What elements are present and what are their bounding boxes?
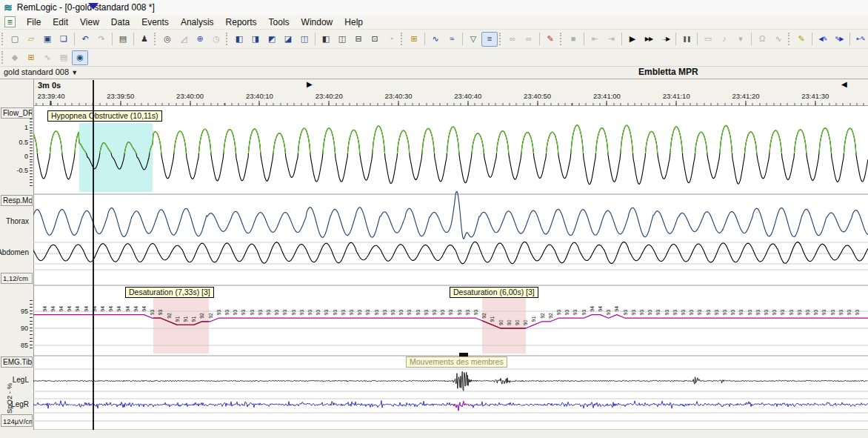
app-logo-icon: ≋ — [4, 2, 13, 13]
chevron-down-icon: ▼ — [71, 69, 78, 76]
save-button[interactable]: ▣ — [39, 32, 56, 47]
svg-text:93: 93 — [448, 309, 453, 315]
pause-icon: ❚❚ — [682, 36, 690, 42]
menu-view[interactable]: View — [74, 16, 105, 29]
montage-view-button[interactable]: ◫ — [296, 32, 313, 47]
copy-icon: ❏ — [60, 35, 67, 43]
channel-resp-group-label[interactable]: Resp.Mo... — [1, 195, 33, 206]
svg-text:93: 93 — [390, 309, 395, 315]
menu-window[interactable]: Window — [296, 16, 339, 29]
document-icon[interactable]: ≣ — [4, 16, 16, 27]
channel-flow-label[interactable]: Flow_DR — [1, 107, 33, 119]
montage-new-button[interactable]: ◪ — [280, 32, 296, 47]
scale-settings-button[interactable]: ≡ — [481, 32, 498, 47]
flow-tick-1: 1 — [6, 124, 28, 131]
pane-vertical-split-button[interactable]: ◫ — [334, 32, 350, 47]
page-end-marker-icon[interactable]: ◀ — [841, 80, 847, 88]
montage-edit-button[interactable]: ◨ — [247, 32, 264, 47]
event-limb-movement-box[interactable]: Mouvements des membres — [406, 356, 507, 368]
event-hypopnea-box[interactable]: Hypopnea Obstructive (10,11s) — [47, 110, 162, 122]
svg-text:91: 91 — [183, 316, 188, 322]
menu-file[interactable]: File — [21, 16, 47, 29]
menu-events[interactable]: Events — [136, 16, 175, 29]
resp-scale-label: 1,12/cm — [1, 273, 33, 284]
zoom-button[interactable]: ◎ — [159, 32, 176, 47]
cursor-position-marker-icon[interactable] — [88, 3, 99, 10]
toolbar-separator — [424, 33, 425, 45]
pane-left-button[interactable]: ◧ — [318, 32, 334, 47]
print-button[interactable]: ▤ — [115, 32, 131, 47]
montage-new-icon: ◪ — [284, 35, 292, 43]
menu-tools[interactable]: Tools — [263, 16, 296, 29]
montage-copy-button[interactable]: ◩ — [264, 32, 280, 47]
channel-legr-label[interactable]: LegR — [11, 400, 29, 408]
patient-button[interactable]: ♟ — [136, 32, 153, 47]
toolbar-row-1: ▢▱▣❏↶↷▤♟◎◿⊕◷◧◨◩◪◫◧◫⊟⊡◔⊞∿≈▽≡∞∞✎■⇤⇥▶▶▶→▶❚❚… — [0, 30, 868, 49]
audio-note-dropdown-button: ▾ — [732, 32, 749, 47]
svg-text:93: 93 — [440, 309, 445, 315]
pause-button[interactable]: ❚❚ — [678, 32, 695, 47]
svg-text:93: 93 — [847, 309, 852, 315]
first-event-button[interactable]: ⇤✎ — [852, 32, 868, 47]
svg-text:93: 93 — [797, 309, 802, 315]
page-forward-marker-icon[interactable]: ▶ — [307, 80, 313, 88]
svg-text:93: 93 — [664, 309, 670, 315]
play-button[interactable]: ▶ — [624, 32, 641, 47]
svg-text:93: 93 — [473, 309, 478, 315]
flow-scale-ruler — [30, 119, 33, 187]
add-signal-sheet-button[interactable]: ⊞ — [406, 32, 422, 47]
insert-bookmark-icon: ◆ — [12, 53, 18, 62]
open-folder-button[interactable]: ▱ — [23, 32, 39, 47]
signal-split-icon: ≈ — [450, 35, 454, 43]
copy-button[interactable]: ❏ — [56, 32, 72, 47]
svg-text:90: 90 — [498, 319, 504, 325]
montage-open-icon: ◧ — [236, 35, 243, 43]
svg-text:93: 93 — [672, 309, 678, 315]
channel-thorax-label[interactable]: Thorax — [6, 217, 29, 225]
new-page-button[interactable]: ⊞ — [23, 50, 39, 65]
sheet-selector[interactable]: gold standard 008 ▼ — [4, 67, 78, 76]
event-desaturation1-box[interactable]: Desaturation (7,33s) [3] — [125, 287, 214, 298]
svg-text:93: 93 — [365, 309, 370, 315]
measure-button[interactable]: ◿ — [176, 32, 192, 47]
time-header[interactable]: 3m 0s 23:39:4023:39:5023:40:0023:40:1023… — [33, 79, 868, 106]
toggle-event-display-button[interactable]: ◉ — [72, 50, 88, 65]
svg-text:93: 93 — [307, 309, 313, 315]
time-tick-label: 23:40:20 — [307, 92, 351, 100]
crosshair-button[interactable]: ⊕ — [192, 32, 208, 47]
svg-text:93: 93 — [258, 309, 263, 315]
next-event-button[interactable]: ✎▶ — [831, 32, 847, 47]
sync-views-button: ◔ — [383, 32, 399, 47]
montage-open-button[interactable]: ◧ — [231, 32, 247, 47]
pane-dropdown-button[interactable]: ⊡ — [367, 32, 383, 47]
toolbar-separator — [812, 33, 812, 45]
undo-button[interactable]: ↶ — [77, 32, 93, 47]
time-cursor[interactable] — [93, 80, 94, 430]
signal-split-button[interactable]: ≈ — [444, 32, 460, 47]
insert-event-button[interactable]: ✎ — [793, 32, 809, 47]
channel-emg-group-label[interactable]: EMG.Tibi... — [1, 356, 33, 368]
channel-abdomen-label[interactable]: Abdomen — [0, 248, 29, 256]
menu-data[interactable]: Data — [105, 16, 136, 29]
previous-event-button[interactable]: ◀✎ — [815, 32, 831, 47]
new-document-button[interactable]: ▢ — [7, 32, 23, 47]
pane-dropdown-icon: ⊡ — [371, 35, 378, 43]
signal-amplitude-icon: ∿ — [432, 35, 438, 43]
filter-button[interactable]: ▽ — [465, 32, 481, 47]
event-desaturation2-box[interactable]: Desaturation (6,00s) [3] — [450, 287, 538, 298]
menu-edit[interactable]: Edit — [47, 16, 74, 29]
pane-horizontal-split-button[interactable]: ⊟ — [350, 32, 367, 47]
flow-tick-05: 0.5 — [6, 139, 28, 146]
menu-analysis[interactable]: Analysis — [175, 16, 220, 29]
menu-reports[interactable]: Reports — [220, 16, 263, 29]
auto-analysis-icon: ∞ — [510, 35, 515, 43]
open-folder-icon: ▱ — [28, 35, 34, 43]
svg-text:93: 93 — [764, 309, 769, 315]
channel-legl-label[interactable]: LegL — [13, 376, 29, 384]
signal-amplitude-button[interactable]: ∿ — [427, 32, 444, 47]
event-marker-button[interactable]: ✎ — [542, 32, 558, 47]
menu-help[interactable]: Help — [338, 16, 369, 29]
play-to-end-button[interactable]: →▶ — [657, 32, 673, 47]
fast-forward-button[interactable]: ▶▶ — [641, 32, 657, 47]
svg-text:93: 93 — [333, 309, 338, 315]
